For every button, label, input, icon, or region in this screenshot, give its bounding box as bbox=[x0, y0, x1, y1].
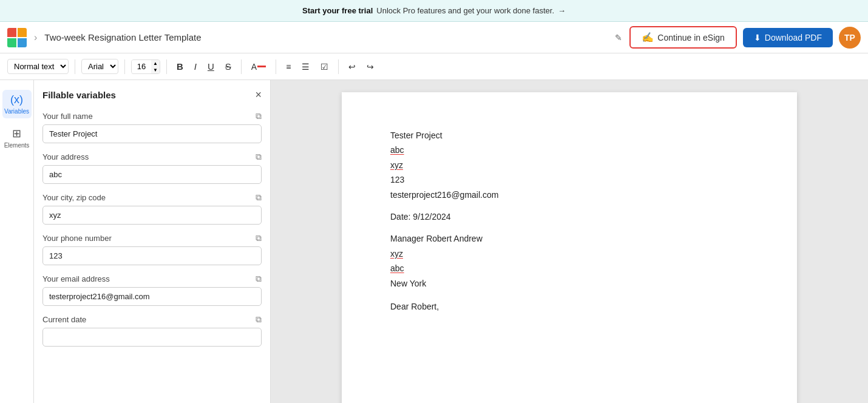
address-input[interactable] bbox=[42, 165, 262, 184]
doc-mgr-field1-line: xyz bbox=[390, 247, 748, 260]
panel-close-button[interactable]: × bbox=[255, 89, 262, 101]
sidebar-icons: (x) Variables ⊞ Elements bbox=[0, 80, 34, 403]
copy-current-date-icon[interactable]: ⧉ bbox=[256, 314, 262, 325]
doc-dear-line: Dear Robert, bbox=[390, 300, 748, 313]
doc-date-label: Date: bbox=[390, 212, 410, 222]
undo-button[interactable]: ↩ bbox=[345, 59, 359, 74]
phone-input[interactable] bbox=[42, 246, 262, 265]
doc-mgr-city-line: New York bbox=[390, 277, 748, 290]
var-field-full-name: Your full name ⧉ bbox=[42, 111, 262, 143]
sidebar-item-variables[interactable]: (x) Variables bbox=[2, 90, 32, 118]
banner-text: Unlock Pro features and get your work do… bbox=[376, 6, 554, 15]
formatting-toolbar: Normal text Arial ▲ ▼ B I U S A ≡ ☰ ☑ ↩ … bbox=[0, 53, 868, 80]
doc-address-line: abc bbox=[390, 143, 748, 157]
var-field-email: Your email address ⧉ bbox=[42, 274, 262, 306]
checkbox-button[interactable]: ☑ bbox=[317, 59, 332, 74]
var-label-email: Your email address ⧉ bbox=[42, 274, 262, 284]
var-label-current-date: Current date ⧉ bbox=[42, 314, 262, 325]
user-avatar[interactable]: TP bbox=[839, 27, 861, 49]
continue-esign-button[interactable]: ✍ Continue in eSign bbox=[629, 26, 737, 49]
current-date-input[interactable] bbox=[42, 328, 262, 347]
toolbar-divider-5 bbox=[276, 59, 276, 74]
list-button[interactable]: ☰ bbox=[298, 59, 313, 74]
doc-mgr-field2-text: abc bbox=[390, 263, 404, 273]
esign-icon: ✍ bbox=[642, 32, 654, 43]
copy-city-zip-icon[interactable]: ⧉ bbox=[256, 192, 262, 203]
doc-email-text: testerproject216@gmail.com bbox=[390, 190, 498, 200]
strikethrough-button[interactable]: S bbox=[222, 59, 235, 74]
doc-name-line: Tester Project bbox=[390, 129, 748, 142]
doc-address-text: abc bbox=[390, 145, 404, 155]
var-label-phone: Your phone number ⧉ bbox=[42, 233, 262, 243]
main-area: (x) Variables ⊞ Elements Fillable variab… bbox=[0, 80, 868, 403]
italic-button[interactable]: I bbox=[191, 59, 200, 74]
toolbar-divider-1 bbox=[75, 59, 75, 74]
banner-arrow: → bbox=[558, 6, 566, 15]
doc-name-text: Tester Project bbox=[390, 130, 442, 140]
copy-email-icon[interactable]: ⧉ bbox=[256, 274, 262, 284]
doc-manager-line: Manager Robert Andrew bbox=[390, 232, 748, 245]
panel-title: Fillable variables bbox=[42, 90, 116, 100]
header-bar: › Two-week Resignation Letter Template ✎… bbox=[0, 22, 868, 53]
document-page: Tester Project abc xyz 123 testerproject… bbox=[342, 92, 797, 403]
doc-mgr-field1-text: xyz bbox=[390, 249, 403, 259]
variables-panel: Fillable variables × Your full name ⧉ Yo… bbox=[34, 80, 271, 403]
header-actions: ✍ Continue in eSign ⬇ Download PDF TP bbox=[629, 26, 861, 49]
doc-email-line: testerproject216@gmail.com bbox=[390, 188, 748, 202]
banner-cta: Start your free trial bbox=[302, 6, 373, 15]
font-size-input[interactable] bbox=[132, 60, 151, 73]
var-label-address: Your address ⧉ bbox=[42, 152, 262, 162]
doc-city-line: xyz bbox=[390, 158, 748, 172]
var-label-city-zip: Your city, zip code ⧉ bbox=[42, 192, 262, 203]
var-field-current-date: Current date ⧉ bbox=[42, 314, 262, 347]
doc-date-value: 9/12/2024 bbox=[413, 212, 450, 222]
elements-label: Elements bbox=[4, 142, 30, 149]
variables-label: Variables bbox=[4, 108, 29, 115]
copy-full-name-icon[interactable]: ⧉ bbox=[256, 111, 262, 121]
promo-banner: Start your free trial Unlock Pro feature… bbox=[0, 0, 868, 22]
text-style-select[interactable]: Normal text bbox=[7, 59, 69, 74]
elements-icon: ⊞ bbox=[12, 127, 21, 140]
download-pdf-button[interactable]: ⬇ Download PDF bbox=[743, 28, 833, 47]
bold-button[interactable]: B bbox=[173, 59, 187, 74]
email-input[interactable] bbox=[42, 287, 262, 306]
doc-dear-text: Dear Robert, bbox=[390, 302, 439, 311]
doc-manager-label: Manager bbox=[390, 234, 424, 243]
doc-city-text: xyz bbox=[390, 160, 403, 170]
document-title: Two-week Resignation Letter Template bbox=[44, 32, 608, 42]
full-name-input[interactable] bbox=[42, 124, 262, 143]
panel-header: Fillable variables × bbox=[42, 89, 262, 101]
text-color-button[interactable]: A bbox=[248, 59, 270, 74]
doc-mgr-city-text: New York bbox=[390, 279, 426, 288]
toolbar-divider-3 bbox=[166, 59, 167, 74]
doc-date-section: Date: 9/12/2024 bbox=[390, 210, 748, 223]
var-label-full-name: Your full name ⧉ bbox=[42, 111, 262, 121]
document-area: Tester Project abc xyz 123 testerproject… bbox=[271, 80, 868, 403]
city-zip-input[interactable] bbox=[42, 206, 262, 225]
toolbar-divider-4 bbox=[241, 59, 242, 74]
edit-title-icon[interactable]: ✎ bbox=[615, 33, 622, 42]
var-field-phone: Your phone number ⧉ bbox=[42, 233, 262, 265]
copy-phone-icon[interactable]: ⧉ bbox=[256, 233, 262, 243]
var-field-city-zip: Your city, zip code ⧉ bbox=[42, 192, 262, 225]
var-field-address: Your address ⧉ bbox=[42, 152, 262, 184]
doc-phone-text: 123 bbox=[390, 175, 404, 185]
font-size-control[interactable]: ▲ ▼ bbox=[131, 59, 160, 74]
align-button[interactable]: ≡ bbox=[282, 59, 294, 74]
font-size-up[interactable]: ▲ bbox=[151, 60, 160, 67]
doc-phone-line: 123 bbox=[390, 173, 748, 186]
sidebar-item-elements[interactable]: ⊞ Elements bbox=[2, 123, 32, 152]
font-size-arrows: ▲ ▼ bbox=[151, 60, 160, 73]
doc-manager-name: Robert Andrew bbox=[426, 234, 483, 243]
download-icon: ⬇ bbox=[754, 33, 761, 42]
redo-button[interactable]: ↪ bbox=[363, 59, 378, 74]
toolbar-divider-2 bbox=[124, 59, 125, 74]
doc-mgr-field2-line: abc bbox=[390, 262, 748, 275]
breadcrumb-separator: › bbox=[34, 32, 37, 43]
font-size-down[interactable]: ▼ bbox=[151, 67, 160, 73]
copy-address-icon[interactable]: ⧉ bbox=[256, 152, 262, 162]
font-family-select[interactable]: Arial bbox=[81, 59, 118, 74]
underline-button[interactable]: U bbox=[204, 59, 218, 74]
app-logo[interactable] bbox=[7, 28, 27, 47]
toolbar-divider-6 bbox=[338, 59, 339, 74]
